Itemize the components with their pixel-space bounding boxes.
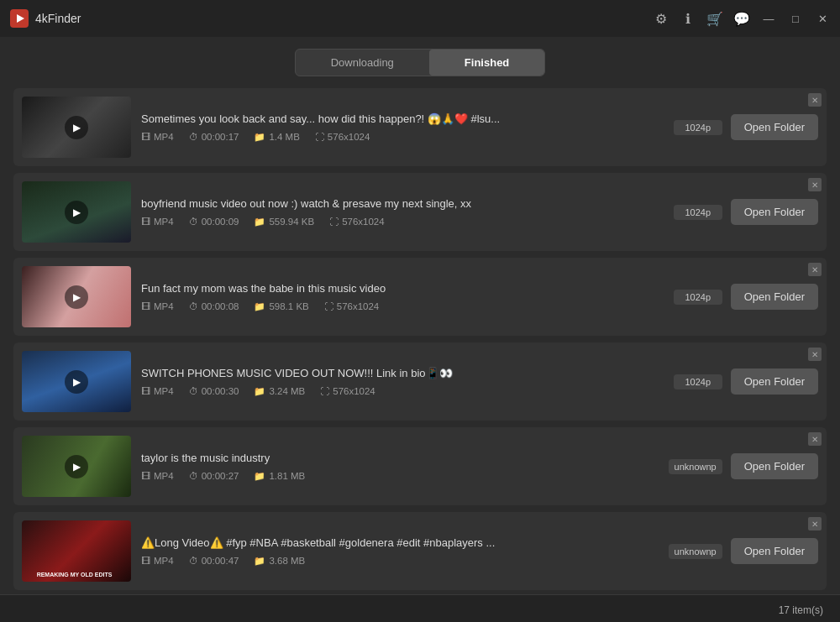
remove-item-button[interactable]: ✕ bbox=[808, 432, 822, 446]
item-right: 1024pOpen Folder bbox=[674, 114, 818, 140]
maximize-button[interactable]: □ bbox=[788, 11, 803, 26]
meta-duration: ⏱00:00:30 bbox=[189, 386, 239, 396]
format-value: MP4 bbox=[154, 471, 174, 481]
close-icon: ✕ bbox=[811, 180, 818, 190]
settings-icon[interactable]: ⚙ bbox=[654, 11, 669, 26]
meta-format: 🎞MP4 bbox=[141, 132, 174, 142]
item-right: unknownpOpen Folder bbox=[669, 453, 818, 479]
format-icon: 🎞 bbox=[141, 301, 150, 311]
open-folder-button[interactable]: Open Folder bbox=[731, 453, 818, 479]
open-folder-button[interactable]: Open Folder bbox=[731, 114, 818, 140]
meta-size: 📁598.1 KB bbox=[254, 301, 308, 312]
folder-icon: 📁 bbox=[254, 471, 265, 482]
meta-size: 📁3.68 MB bbox=[254, 556, 305, 567]
play-icon: ▶ bbox=[65, 116, 88, 139]
item-info: Sometimes you look back and say... how d… bbox=[131, 112, 674, 143]
folder-icon: 📁 bbox=[254, 556, 265, 567]
meta-format: 🎞MP4 bbox=[141, 556, 174, 566]
folder-icon: 📁 bbox=[254, 217, 265, 227]
size-value: 3.24 MB bbox=[269, 386, 305, 396]
item-count: 17 item(s) bbox=[779, 604, 823, 616]
tab-group: Downloading Finished bbox=[295, 49, 546, 76]
resolution-value: 576x1024 bbox=[342, 217, 385, 227]
tab-downloading[interactable]: Downloading bbox=[296, 50, 429, 76]
duration-value: 00:00:27 bbox=[202, 471, 239, 481]
resolution-value: 576x1024 bbox=[337, 301, 380, 311]
quality-badge: 1024p bbox=[674, 205, 722, 220]
clock-icon: ⏱ bbox=[189, 132, 198, 142]
format-icon: 🎞 bbox=[141, 471, 150, 481]
meta-resolution: ⛶576x1024 bbox=[329, 217, 385, 227]
list-item: ▶Fun fact my mom was the babe in this mu… bbox=[13, 258, 827, 336]
quality-badge: unknownp bbox=[669, 459, 722, 474]
item-info: taylor is the music industry🎞MP4⏱00:00:2… bbox=[131, 452, 669, 482]
meta-format: 🎞MP4 bbox=[141, 386, 174, 396]
quality-badge: unknownp bbox=[669, 544, 722, 559]
size-value: 598.1 KB bbox=[269, 301, 308, 311]
meta-duration: ⏱00:00:27 bbox=[189, 471, 239, 481]
close-icon: ✕ bbox=[811, 96, 818, 105]
close-button[interactable]: ✕ bbox=[815, 11, 830, 26]
status-bar: 17 item(s) bbox=[0, 594, 840, 622]
minimize-button[interactable]: — bbox=[761, 11, 776, 26]
size-value: 1.81 MB bbox=[269, 471, 305, 481]
open-folder-button[interactable]: Open Folder bbox=[731, 368, 818, 395]
duration-value: 00:00:08 bbox=[202, 301, 239, 311]
clock-icon: ⏱ bbox=[189, 386, 198, 396]
item-thumbnail: ▶ bbox=[22, 351, 131, 412]
item-right: 1024pOpen Folder bbox=[674, 368, 818, 395]
resolution-icon: ⛶ bbox=[324, 301, 333, 311]
item-right: 1024pOpen Folder bbox=[674, 284, 818, 310]
item-right: 1024pOpen Folder bbox=[674, 199, 818, 225]
meta-format: 🎞MP4 bbox=[141, 301, 174, 311]
clock-icon: ⏱ bbox=[189, 471, 198, 481]
close-icon: ✕ bbox=[811, 265, 818, 274]
meta-duration: ⏱00:00:17 bbox=[189, 132, 239, 142]
remove-item-button[interactable]: ✕ bbox=[808, 93, 822, 107]
size-value: 3.68 MB bbox=[269, 556, 305, 566]
folder-icon: 📁 bbox=[254, 301, 265, 312]
item-meta: 🎞MP4⏱00:00:17📁1.4 MB⛶576x1024 bbox=[141, 132, 664, 143]
close-icon: ✕ bbox=[811, 520, 818, 529]
open-folder-button[interactable]: Open Folder bbox=[731, 538, 818, 564]
format-value: MP4 bbox=[154, 386, 174, 396]
app-title: 4kFinder bbox=[35, 12, 81, 25]
cart-icon[interactable]: 🛒 bbox=[707, 11, 722, 26]
tab-finished[interactable]: Finished bbox=[429, 50, 544, 76]
list-item: REMAKING MY OLD EDITS⚠️Long Video⚠️ #fyp… bbox=[13, 512, 827, 590]
item-meta: 🎞MP4⏱00:00:30📁3.24 MB⛶576x1024 bbox=[141, 386, 664, 397]
remove-item-button[interactable]: ✕ bbox=[808, 178, 822, 191]
quality-badge: 1024p bbox=[674, 374, 722, 389]
info-icon[interactable]: ℹ bbox=[680, 11, 696, 26]
open-folder-button[interactable]: Open Folder bbox=[731, 284, 818, 310]
format-icon: 🎞 bbox=[141, 217, 150, 227]
open-folder-button[interactable]: Open Folder bbox=[731, 199, 818, 225]
size-value: 559.94 KB bbox=[269, 217, 314, 227]
meta-duration: ⏱00:00:08 bbox=[189, 301, 239, 311]
app-logo bbox=[10, 9, 29, 28]
remove-item-button[interactable]: ✕ bbox=[808, 348, 822, 361]
remove-item-button[interactable]: ✕ bbox=[808, 517, 822, 531]
play-icon: ▶ bbox=[65, 285, 88, 309]
format-icon: 🎞 bbox=[141, 132, 150, 142]
format-value: MP4 bbox=[154, 132, 174, 142]
list-item: ▶taylor is the music industry🎞MP4⏱00:00:… bbox=[13, 427, 827, 505]
item-title: Fun fact my mom was the babe in this mus… bbox=[141, 282, 664, 295]
duration-value: 00:00:17 bbox=[202, 132, 239, 142]
tab-bar: Downloading Finished bbox=[0, 37, 840, 85]
item-info: ⚠️Long Video⚠️ #fyp #NBA #basketball #go… bbox=[131, 536, 669, 567]
item-info: boyfriend music video out now :) watch &… bbox=[131, 197, 674, 227]
resolution-icon: ⛶ bbox=[315, 132, 324, 142]
item-thumbnail: ▶ bbox=[22, 436, 131, 497]
item-list: ▶Sometimes you look back and say... how … bbox=[0, 85, 840, 594]
duration-value: 00:00:09 bbox=[202, 217, 239, 227]
title-bar-left: 4kFinder bbox=[10, 9, 81, 28]
meta-size: 📁559.94 KB bbox=[254, 217, 314, 227]
format-icon: 🎞 bbox=[141, 556, 150, 566]
resolution-icon: ⛶ bbox=[329, 217, 339, 227]
list-item: ▶SWITCH PHONES MUSIC VIDEO OUT NOW!!! Li… bbox=[13, 342, 827, 421]
item-title: ⚠️Long Video⚠️ #fyp #NBA #basketball #go… bbox=[141, 536, 659, 549]
folder-icon: 📁 bbox=[254, 386, 265, 397]
remove-item-button[interactable]: ✕ bbox=[808, 263, 822, 276]
chat-icon[interactable]: 💬 bbox=[734, 11, 749, 26]
